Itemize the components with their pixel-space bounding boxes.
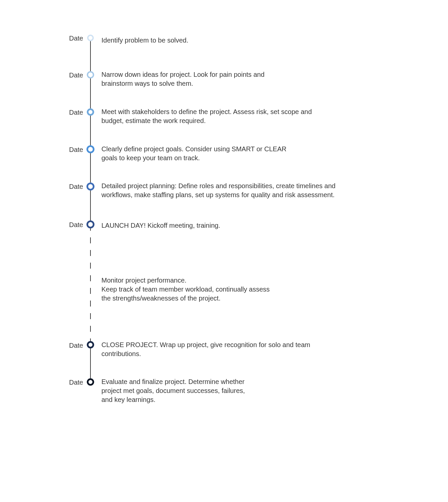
timeline-connector-dashed	[90, 301, 91, 307]
timeline-date: Date	[63, 71, 83, 79]
timeline-connector-dashed	[90, 228, 91, 231]
timeline-date: Date	[63, 35, 83, 42]
timeline-connector-dashed	[90, 250, 91, 256]
timeline-connector	[90, 115, 91, 145]
timeline-desc: LAUNCH DAY! Kickoff meeting, training.	[101, 221, 334, 230]
timeline-connector-dashed	[90, 263, 91, 269]
timeline-diagram: Date Identify problem to be solved. Date…	[0, 0, 448, 502]
timeline-connector-dashed	[90, 338, 91, 341]
timeline-connector	[90, 77, 91, 108]
timeline-connector	[90, 190, 91, 220]
timeline-node	[87, 341, 94, 348]
timeline-desc: Clearly define project goals. Consider u…	[101, 145, 301, 163]
timeline-connector-dashed	[90, 237, 91, 243]
timeline-date: Date	[63, 379, 83, 386]
timeline-date: Date	[63, 183, 83, 190]
timeline-node	[87, 378, 94, 386]
timeline-desc: Monitor project performance. Keep track …	[101, 276, 278, 303]
timeline-date: Date	[63, 109, 83, 116]
timeline-date: Date	[63, 221, 83, 229]
timeline-desc: CLOSE PROJECT. Wrap up project, give rec…	[101, 340, 314, 358]
timeline-desc: Narrow down ideas for project. Look for …	[101, 70, 274, 88]
timeline-connector-dashed	[90, 288, 91, 294]
timeline-date: Date	[63, 146, 83, 154]
timeline-connector-dashed	[90, 313, 91, 319]
timeline-node	[87, 35, 94, 41]
timeline-desc: Detailed project planning: Define roles …	[101, 182, 354, 199]
timeline-node	[87, 71, 94, 78]
timeline-connector	[90, 152, 91, 183]
timeline-connector	[90, 348, 91, 378]
timeline-desc: Meet with stakeholders to define the pro…	[101, 107, 314, 125]
timeline-date: Date	[63, 342, 83, 349]
timeline-connector-dashed	[90, 275, 91, 281]
timeline-connector	[90, 41, 91, 71]
timeline-node	[86, 183, 94, 190]
timeline-node	[87, 108, 94, 116]
timeline-node	[86, 220, 94, 228]
timeline-connector-dashed	[90, 326, 91, 332]
timeline-desc: Identify problem to be solved.	[101, 36, 334, 45]
timeline-desc: Evaluate and finalize project. Determine…	[101, 377, 254, 404]
timeline-node	[86, 145, 94, 153]
